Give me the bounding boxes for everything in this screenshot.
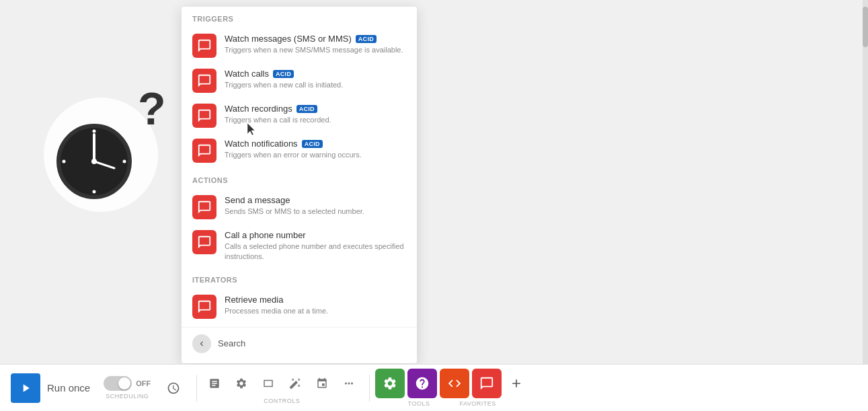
item-desc: Triggers when a call is recorded. (225, 115, 406, 125)
tools-label: TOOLS (408, 400, 430, 407)
item-title: Watch notifications ACID (225, 139, 406, 149)
scrollbar-thumb[interactable] (863, 7, 868, 47)
item-content: Watch calls ACID Triggers when a new cal… (225, 69, 406, 90)
search-label: Search (218, 338, 245, 348)
list-item[interactable]: Watch notifications ACID Triggers when a… (182, 133, 417, 168)
list-item[interactable]: Send a message Sends SMS or MMS to a sel… (182, 190, 417, 225)
item-desc: Triggers when a new SMS/MMS message is a… (225, 45, 406, 55)
svg-point-7 (93, 190, 96, 194)
tools-group: TOOLS FAVORITES (375, 369, 528, 407)
tools-red-button[interactable] (472, 369, 502, 398)
item-desc: Calls a selected phone number and execut… (225, 241, 406, 262)
action-icon (192, 195, 216, 219)
item-content: Watch notifications ACID Triggers when a… (225, 139, 406, 160)
clock-icon-button[interactable] (161, 376, 186, 400)
svg-point-5 (91, 159, 97, 164)
item-title: Retrieve media (225, 295, 406, 305)
item-title: Watch recordings ACID (225, 104, 406, 114)
toggle-state-label: OFF (136, 379, 151, 387)
item-desc: Triggers when a new call is initiated. (225, 80, 406, 90)
item-content: Send a message Sends SMS or MMS to a sel… (225, 195, 406, 217)
divider2 (369, 375, 370, 402)
tools-orange-button[interactable] (440, 369, 469, 398)
controls-icons (202, 371, 361, 396)
tools-icons (375, 369, 528, 398)
canvas-area: ? (0, 0, 868, 363)
wand-icon-button[interactable] (283, 371, 307, 396)
item-content: Watch messages (SMS or MMS) ACID Trigger… (225, 34, 406, 55)
trigger-icon (192, 69, 216, 93)
scrollbar[interactable] (863, 0, 868, 411)
favorites-label: FAVORITES (459, 400, 496, 407)
item-desc: Processes media one at a time. (225, 306, 406, 316)
actions-label: ACTIONS (182, 168, 417, 190)
add-tool-button[interactable] (504, 371, 528, 396)
trigger-icon (192, 104, 216, 128)
search-back-icon (192, 334, 211, 353)
divider (196, 375, 197, 402)
popup-panel: TRIGGERS Watch messages (SMS or MMS) ACI… (182, 7, 417, 363)
item-desc: Triggers when an error or warning occurs… (225, 150, 406, 160)
trigger-icon (192, 34, 216, 58)
run-section: Run once (11, 373, 90, 403)
item-title: Call a phone number (225, 230, 406, 240)
run-once-label: Run once (47, 382, 90, 394)
scheduling-toggle[interactable] (104, 376, 132, 391)
item-title: Watch calls ACID (225, 69, 406, 79)
notes-icon-button[interactable] (202, 371, 227, 396)
svg-text:?: ? (138, 83, 166, 134)
tools-green-button[interactable] (375, 369, 405, 398)
tools-purple-button[interactable] (407, 369, 437, 398)
scheduling-label: SCHEDULING (106, 393, 149, 400)
toggle-knob (118, 377, 130, 389)
run-once-button[interactable] (11, 373, 40, 403)
svg-point-9 (123, 160, 126, 163)
svg-point-6 (93, 130, 96, 133)
action-icon (192, 230, 216, 254)
iterator-icon (192, 295, 216, 319)
list-item[interactable]: Watch messages (SMS or MMS) ACID Trigger… (182, 28, 417, 63)
triggers-label: TRIGGERS (182, 7, 417, 28)
item-content: Retrieve media Processes media one at a … (225, 295, 406, 316)
item-title: Watch messages (SMS or MMS) ACID (225, 34, 406, 44)
list-item[interactable]: Watch recordings ACID Triggers when a ca… (182, 98, 417, 133)
iterators-label: ITERATORS (182, 268, 417, 289)
item-content: Watch recordings ACID Triggers when a ca… (225, 104, 406, 125)
frame-icon-button[interactable] (256, 371, 280, 396)
list-item[interactable]: Retrieve media Processes media one at a … (182, 289, 417, 324)
flow-icon-button[interactable] (310, 371, 334, 396)
toolbar: Run once OFF SCHEDULING . (0, 364, 868, 411)
illustration: ? (34, 67, 182, 215)
list-item[interactable]: Call a phone number Calls a selected pho… (182, 225, 417, 268)
item-content: Call a phone number Calls a selected pho… (225, 230, 406, 262)
more-icon-button[interactable] (337, 371, 361, 396)
controls-label: CONTROLS (264, 398, 300, 404)
item-title: Send a message (225, 195, 406, 205)
svg-point-8 (63, 160, 66, 163)
item-desc: Sends SMS or MMS to a selected number. (225, 207, 406, 217)
search-row[interactable]: Search (182, 327, 417, 360)
trigger-icon (192, 139, 216, 163)
gear-icon-button[interactable] (229, 371, 253, 396)
list-item[interactable]: Watch calls ACID Triggers when a new cal… (182, 63, 417, 98)
